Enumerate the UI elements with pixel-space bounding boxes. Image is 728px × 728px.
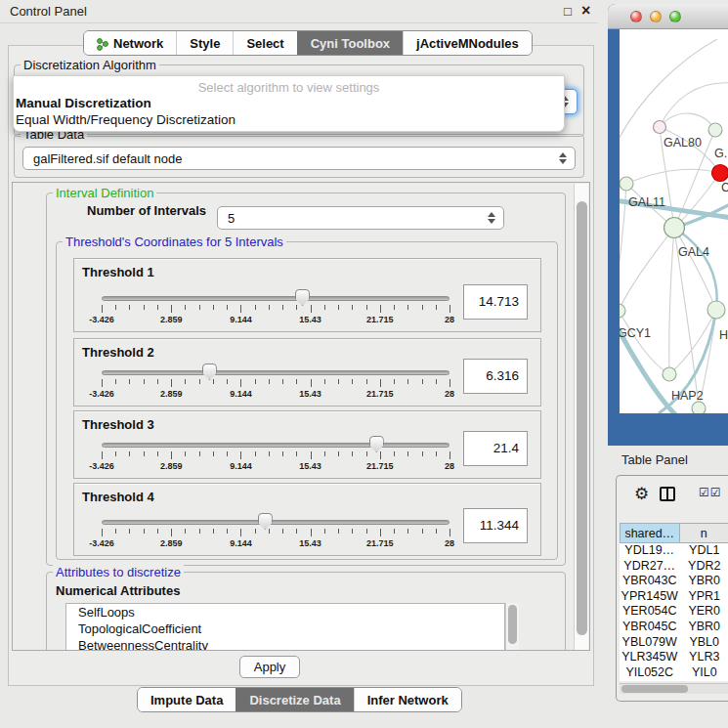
network-node-HAP2[interactable] (663, 367, 676, 381)
attributes-scrollbar-thumb[interactable] (508, 605, 517, 644)
tab-discretize-data[interactable]: Discretize Data (236, 688, 353, 712)
scale-label: 28 (445, 461, 454, 471)
thresholds-group-title: Threshold's Coordinates for 5 Intervals (63, 235, 286, 249)
table-row[interactable]: YER054CYER0 (620, 604, 728, 620)
table-cell: YBL079W (620, 635, 679, 651)
table-row[interactable]: YDL19…YDL1 (620, 543, 728, 559)
minor-tick (407, 529, 408, 534)
settings-scrollbar-thumb[interactable] (577, 201, 587, 635)
attribute-list-item[interactable]: TopologicalCoefficient (66, 621, 504, 637)
tab-select[interactable]: Select (233, 31, 296, 56)
scale-label: 9.144 (230, 315, 252, 324)
minor-tick (366, 529, 367, 534)
network-node-partial-node[interactable] (692, 402, 706, 413)
major-tick (450, 305, 450, 313)
minor-tick (338, 451, 339, 456)
tab-infer-network[interactable]: Infer Network (354, 688, 461, 712)
threshold-slider-thumb[interactable] (295, 289, 310, 306)
minor-tick (366, 305, 367, 310)
gear-icon[interactable]: ⚙ (634, 484, 649, 504)
table-row[interactable]: YBR045CYBR0 (620, 620, 728, 635)
network-node-GCY1[interactable] (620, 304, 625, 318)
table-horizontal-scrollbar[interactable] (620, 683, 728, 694)
tab-impute-data[interactable]: Impute Data (138, 688, 236, 712)
threshold-value-field[interactable]: 14.713 (463, 284, 528, 320)
table-row[interactable]: YPR145WYPR1 (620, 589, 728, 605)
threshold-slider-thumb[interactable] (258, 513, 273, 530)
threshold-value-field[interactable]: 21.4 (463, 431, 528, 466)
tab-network[interactable]: Network (84, 31, 176, 56)
network-node-GAL4[interactable] (664, 218, 685, 238)
minor-tick (157, 451, 158, 456)
threshold-slider-track[interactable] (102, 443, 450, 448)
minor-tick (422, 379, 423, 384)
threshold-value-field[interactable]: 6.316 (463, 359, 528, 394)
threshold-slider-thumb[interactable] (202, 364, 217, 380)
threshold-slider-thumb[interactable] (369, 436, 384, 452)
minor-tick (213, 305, 214, 310)
algorithm-option[interactable]: Equal Width/Frequency Discretization (14, 111, 564, 128)
table-cell: YLR345W (620, 650, 679, 665)
column-header-shared-name[interactable]: shared… (620, 523, 680, 543)
close-window-icon[interactable]: × (581, 2, 590, 20)
minor-tick (366, 379, 367, 384)
table-data-combobox-value: galFiltered.sif default node (23, 151, 555, 166)
minor-tick (324, 305, 325, 310)
apply-button[interactable]: Apply (239, 656, 300, 678)
scale-label: 15.43 (299, 389, 321, 399)
close-traffic-light-icon[interactable] (630, 11, 642, 22)
network-node-red-node[interactable] (712, 165, 728, 182)
attributes-list-scrollbar[interactable] (505, 603, 519, 651)
minor-tick (185, 379, 186, 384)
node-table[interactable]: shared… n YDL19…YDL1YDR27…YDR2YBR043CYBR… (620, 523, 728, 681)
minor-tick (324, 379, 325, 384)
threshold-label: Threshold 1 (82, 265, 154, 279)
minor-tick (129, 451, 130, 456)
column-header-name[interactable]: n (680, 523, 728, 543)
table-row[interactable]: YLR345WYLR3 (620, 650, 728, 665)
network-window-titlebar[interactable] (608, 4, 728, 29)
table-cell: YER054C (620, 604, 679, 620)
minor-tick (407, 379, 408, 384)
network-node-GAL11[interactable] (620, 177, 633, 191)
float-window-icon[interactable]: □ (564, 4, 572, 19)
checkboxes-icon[interactable]: ☑☑ (699, 486, 722, 499)
minor-tick (129, 529, 130, 534)
network-node-G[interactable] (708, 123, 722, 137)
table-row[interactable]: YDR27…YDR2 (620, 559, 728, 575)
threshold-slider-track[interactable] (102, 370, 450, 375)
table-cell: YDR2 (679, 559, 728, 575)
algorithm-option[interactable]: Manual Discretization (14, 95, 564, 111)
threshold-value-field[interactable]: 11.344 (463, 508, 528, 543)
network-node-H[interactable] (707, 301, 725, 319)
threshold-slider-track[interactable] (102, 296, 450, 301)
major-tick (380, 529, 381, 536)
network-canvas[interactable]: GAL80G.CGAL11GAL4GCY1HHAP2 (620, 29, 728, 413)
tab-cyni-toolbox[interactable]: Cyni Toolbox (297, 31, 403, 56)
columns-icon[interactable] (660, 487, 675, 501)
minimize-traffic-light-icon[interactable] (650, 11, 662, 22)
num-intervals-combobox[interactable]: 5 (217, 206, 504, 230)
minor-tick (394, 529, 395, 534)
network-node-GAL80[interactable] (654, 121, 666, 134)
network-node-label: GAL11 (628, 195, 665, 209)
major-tick (240, 529, 241, 536)
scale-label: 28 (445, 389, 454, 399)
table-row[interactable]: YBR043CYBR0 (620, 574, 728, 589)
table-cell: YBL0 (679, 635, 728, 651)
tab-style[interactable]: Style (176, 31, 233, 56)
network-node-label: H (719, 328, 728, 342)
table-row[interactable]: YIL052CYIL0 (620, 665, 728, 681)
table-data-combobox[interactable]: galFiltered.sif default node (22, 147, 576, 170)
numerical-attributes-list[interactable]: SelfLoopsTopologicalCoefficientBetweenne… (65, 603, 505, 651)
attribute-list-item[interactable]: BetweennessCentrality (66, 637, 504, 651)
minor-tick (227, 529, 228, 534)
tab-jactivemnodules[interactable]: jActiveMNodules (403, 31, 532, 56)
zoom-traffic-light-icon[interactable] (669, 11, 681, 22)
table-scrollbar-thumb[interactable] (621, 685, 688, 693)
threshold-slider-track[interactable] (102, 520, 450, 525)
table-row[interactable]: YBL079WYBL0 (620, 635, 728, 651)
minor-tick (115, 529, 116, 534)
attribute-list-item[interactable]: SelfLoops (66, 604, 504, 621)
settings-scrollbar[interactable] (574, 184, 588, 651)
